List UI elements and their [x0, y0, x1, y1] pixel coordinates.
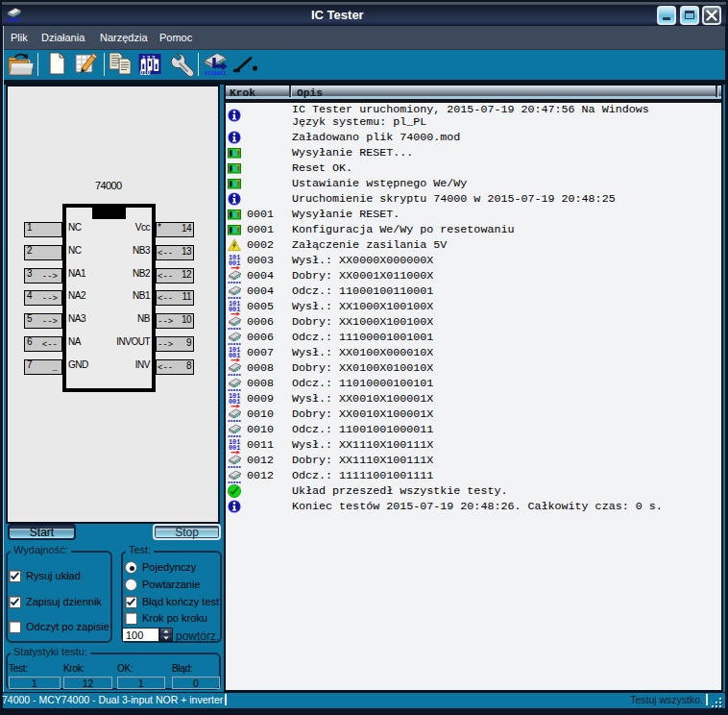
svg-text:001: 001 [229, 259, 240, 267]
svg-text:001: 001 [229, 398, 240, 406]
svg-text:001: 001 [229, 444, 240, 452]
svg-text:001: 001 [229, 352, 240, 359]
svg-text:001: 001 [229, 306, 240, 313]
svg-text:010: 010 [140, 69, 151, 76]
svg-text:0110001: 0110001 [205, 70, 227, 76]
